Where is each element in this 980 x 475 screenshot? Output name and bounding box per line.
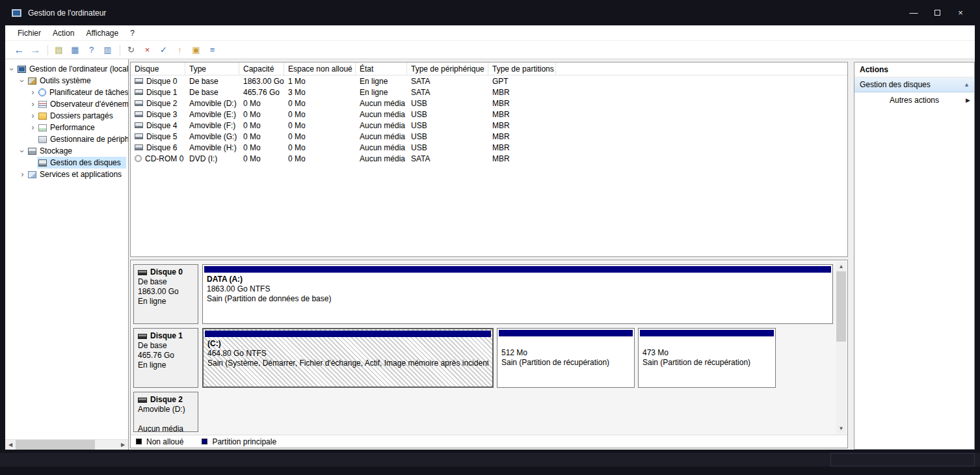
tree-root[interactable]: › Gestion de l'ordinateur (local)	[5, 63, 128, 75]
column-header-espace-non-alloue[interactable]: Espace non alloué	[284, 62, 356, 75]
storage-icon	[28, 148, 36, 155]
tree-root-label: Gestion de l'ordinateur (local)	[29, 64, 128, 74]
table-row[interactable]: Disque 1De base465.76 Go3 MoEn ligneSATA…	[131, 87, 847, 98]
scroll-down-icon[interactable]: ▼	[836, 424, 846, 433]
chevron-collapsed-icon[interactable]: ›	[29, 124, 37, 132]
tree-horizontal-scrollbar[interactable]: ◀ ▶	[5, 439, 128, 450]
table-cell: Amovible (H:)	[185, 143, 239, 152]
menu-help[interactable]: ?	[124, 25, 140, 40]
table-cell: Disque 2	[131, 99, 185, 108]
forward-icon[interactable]: →	[28, 43, 43, 57]
tree-item-outils-systeme[interactable]: › Outils système	[5, 75, 128, 87]
scroll-right-icon[interactable]: ▶	[118, 440, 128, 450]
table-cell: Amovible (D:)	[185, 99, 239, 108]
close-button[interactable]: ×	[949, 4, 972, 22]
partition-data-a[interactable]: DATA (A:) 1863.00 Go NTFS Sain (Partitio…	[202, 264, 833, 324]
table-cell: 0 Mo	[284, 110, 356, 119]
disk-size	[138, 414, 194, 424]
chevron-collapsed-icon[interactable]: ›	[29, 100, 37, 109]
chevron-expanded-icon[interactable]: ›	[18, 77, 27, 85]
folder-icon[interactable]: ▣	[189, 43, 204, 57]
chevron-collapsed-icon[interactable]: ›	[29, 88, 37, 97]
table-cell: SATA	[407, 77, 488, 86]
chevron-placeholder	[29, 135, 37, 144]
table-row[interactable]: Disque 3Amovible (E:)0 Mo0 MoAucun média…	[131, 109, 847, 120]
maximize-button[interactable]	[925, 4, 949, 22]
delete-volume-icon[interactable]: ×	[140, 43, 155, 57]
export-list-icon[interactable]: ▤	[51, 43, 66, 57]
column-header-disque[interactable]: Disque	[131, 62, 185, 75]
actions-item-autres-actions[interactable]: Autres actions ▶	[854, 92, 974, 108]
toolbar-separator	[120, 45, 120, 55]
partition-status: Sain (Système, Démarrer, Fichier d'échan…	[207, 359, 488, 368]
table-cell: Disque 5	[131, 132, 185, 141]
disk-row-2: Disque 2 Amovible (D:) Aucun média	[133, 392, 833, 432]
move-up-icon[interactable]: ↑	[172, 43, 187, 57]
tree-item-gestionnaire-peripheriques[interactable]: Gestionnaire de périphé	[5, 133, 128, 145]
list-view-icon[interactable]: ≡	[205, 43, 220, 57]
table-row[interactable]: CD-ROM 0DVD (I:)0 Mo0 MoAucun médiaSATAM…	[131, 153, 847, 164]
legend-item-primary-partition: Partition principale	[202, 437, 276, 446]
tree-item-performance[interactable]: › Performance	[5, 122, 128, 133]
tree-item-dossiers-partages[interactable]: › Dossiers partagés	[5, 110, 128, 122]
tree-item-gestion-des-disques[interactable]: Gestion des disques	[5, 157, 128, 169]
scrollbar-track[interactable]	[16, 440, 118, 450]
partition-recovery-512[interactable]: 512 Mo Sain (Partition de récupération)	[497, 328, 635, 388]
back-icon[interactable]: ←	[12, 43, 27, 57]
unallocated-swatch-icon	[136, 439, 142, 444]
disk-label-box[interactable]: Disque 1 De base 465.76 Go En ligne	[133, 328, 198, 388]
toolbar-separator	[47, 45, 48, 55]
rescan-disks-icon[interactable]: ↻	[124, 43, 139, 57]
chevron-collapsed-icon[interactable]: ›	[29, 112, 37, 120]
disk-label-box[interactable]: Disque 2 Amovible (D:) Aucun média	[133, 392, 198, 432]
legend-bar: Non alloué Partition principale	[131, 435, 847, 448]
table-row[interactable]: Disque 5Amovible (G:)0 Mo0 MoAucun média…	[131, 131, 847, 142]
table-cell: MBR	[488, 154, 556, 163]
scrollbar-thumb[interactable]	[836, 271, 846, 342]
disk-label-box[interactable]: Disque 0 De base 1863.00 Go En ligne	[133, 264, 198, 324]
table-cell: MBR	[488, 99, 556, 108]
show-action-pane-icon[interactable]: ▥	[100, 43, 115, 57]
table-cell: USB	[407, 110, 488, 119]
scrollbar-thumb[interactable]	[16, 440, 95, 450]
properties-check-icon[interactable]: ✓	[156, 43, 171, 57]
task-scheduler-icon	[38, 88, 46, 96]
table-row[interactable]: Disque 4Amovible (F:)0 Mo0 MoAucun média…	[131, 120, 847, 131]
minimize-button[interactable]: —	[902, 4, 925, 22]
partition-size: 464.80 Go NTFS	[207, 349, 488, 359]
selected-tree-item: Gestion des disques	[37, 157, 126, 169]
collapse-icon[interactable]: ▲	[964, 81, 970, 88]
partition-recovery-473[interactable]: 473 Mo Sain (Partition de récupération)	[638, 328, 776, 388]
chevron-expanded-icon[interactable]: ›	[18, 147, 27, 156]
partition-c[interactable]: (C:) 464.80 Go NTFS Sain (Système, Démar…	[202, 328, 494, 388]
show-console-tree-icon[interactable]: ▦	[68, 43, 83, 57]
vertical-scrollbar[interactable]: ▲ ▼	[836, 262, 846, 433]
table-cell: Amovible (E:)	[185, 110, 239, 119]
table-cell: 0 Mo	[239, 132, 284, 141]
table-row[interactable]: Disque 0De base1863.00 Go1 MoEn ligneSAT…	[131, 75, 847, 87]
tree-item-label: Planificateur de tâches	[49, 88, 128, 97]
chevron-expanded-icon[interactable]: ›	[8, 65, 16, 74]
column-header-type-peripherique[interactable]: Type de périphérique	[407, 62, 488, 75]
tree-item-services-applications[interactable]: › Services et applications	[5, 169, 128, 180]
table-row[interactable]: Disque 6Amovible (H:)0 Mo0 MoAucun média…	[131, 142, 847, 153]
column-header-etat[interactable]: État	[356, 62, 407, 75]
tree-item-planificateur[interactable]: › Planificateur de tâches	[5, 87, 128, 98]
app-icon	[12, 9, 21, 17]
tree-item-stockage[interactable]: › Stockage	[5, 145, 128, 157]
tree-item-observateur[interactable]: › Observateur d'événeme	[5, 98, 128, 110]
menu-affichage[interactable]: Affichage	[80, 25, 124, 40]
column-header-type-partitions[interactable]: Type de partitions	[488, 62, 556, 75]
column-header-type[interactable]: Type	[185, 62, 239, 75]
table-row[interactable]: Disque 2Amovible (D:)0 Mo0 MoAucun média…	[131, 98, 847, 109]
scroll-up-icon[interactable]: ▲	[836, 262, 846, 271]
menu-action[interactable]: Action	[47, 25, 80, 40]
column-header-capacite[interactable]: Capacité	[239, 62, 284, 75]
menu-fichier[interactable]: Fichier	[12, 25, 47, 40]
window-title: Gestion de l'ordinateur	[28, 8, 106, 18]
actions-group-header[interactable]: Gestion des disques ▲	[854, 77, 974, 92]
scroll-left-icon[interactable]: ◀	[5, 440, 16, 450]
chevron-collapsed-icon[interactable]: ›	[18, 170, 27, 179]
partition-size: 473 Mo	[642, 348, 771, 358]
help-icon[interactable]: ?	[84, 43, 99, 57]
